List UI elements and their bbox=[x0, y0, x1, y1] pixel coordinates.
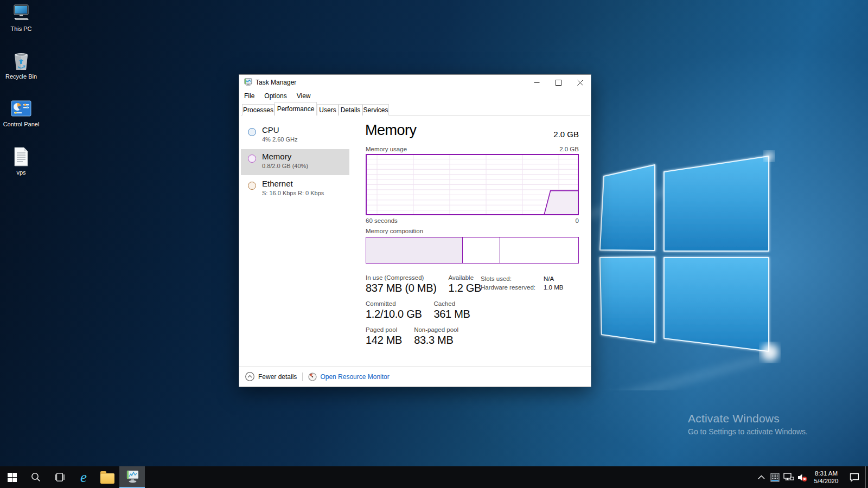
open-resource-monitor-link[interactable]: Open Resource Monitor bbox=[308, 373, 389, 381]
desktop-icon-label: This PC bbox=[0, 25, 42, 33]
tab-strip: Processes Performance Users Details Serv… bbox=[241, 102, 590, 115]
touch-keyboard-button[interactable] bbox=[768, 466, 782, 488]
network-button[interactable] bbox=[782, 466, 795, 488]
usage-graph-title: Memory usage bbox=[366, 146, 407, 152]
task-view-button[interactable] bbox=[48, 466, 72, 488]
window-title: Task Manager bbox=[256, 79, 296, 86]
stat-hardware-reserved: Hardware reserved: 1.0 MB bbox=[481, 284, 579, 291]
menu-options[interactable]: Options bbox=[259, 90, 291, 102]
close-button[interactable] bbox=[569, 75, 591, 90]
resource-monitor-icon bbox=[308, 373, 317, 381]
desktop-icon-this-pc[interactable]: This PC bbox=[0, 2, 42, 33]
control-panel-icon bbox=[10, 98, 32, 119]
tray-overflow-button[interactable] bbox=[755, 466, 768, 488]
chevron-up-circle-icon bbox=[245, 372, 254, 381]
stat-available: Available 1.2 GB bbox=[449, 274, 481, 294]
memory-usage-graph bbox=[366, 154, 579, 215]
cpu-mini-graph-icon bbox=[248, 128, 256, 136]
menu-view[interactable]: View bbox=[292, 90, 316, 102]
desktop-icon-control-panel[interactable]: Control Panel bbox=[0, 98, 42, 128]
action-center-icon bbox=[850, 473, 859, 482]
desktop-icon-vps[interactable]: vps bbox=[0, 146, 42, 176]
fewer-details-button[interactable]: Fewer details bbox=[245, 372, 297, 381]
internet-explorer-button[interactable]: e bbox=[72, 466, 95, 488]
menu-bar: File Options View bbox=[239, 90, 591, 102]
windows-logo-wallpaper bbox=[542, 108, 868, 390]
memory-composition-bar[interactable] bbox=[366, 237, 579, 264]
menu-file[interactable]: File bbox=[239, 90, 259, 102]
tab-services[interactable]: Services bbox=[362, 104, 389, 115]
recycle-bin-icon bbox=[10, 50, 32, 72]
task-manager-taskbar-button[interactable] bbox=[119, 466, 145, 488]
windows-start-icon bbox=[8, 473, 17, 482]
show-desktop-button[interactable] bbox=[865, 466, 868, 488]
stat-slots-used: Slots used: N/A bbox=[481, 275, 579, 282]
tab-processes[interactable]: Processes bbox=[242, 104, 275, 115]
stat-paged-pool: Paged pool 142 MB bbox=[366, 326, 402, 346]
composition-free-segment bbox=[500, 237, 578, 263]
desktop: This PC Recycle Bin bbox=[0, 0, 868, 488]
composition-standby-segment bbox=[463, 237, 500, 263]
chevron-up-icon bbox=[758, 475, 765, 479]
internet-explorer-icon: e bbox=[80, 470, 87, 484]
stat-non-paged-pool: Non-paged pool 83.3 MB bbox=[414, 326, 458, 346]
search-button[interactable] bbox=[24, 466, 48, 488]
stat-committed: Committed 1.2/10.0 GB bbox=[366, 300, 422, 320]
sidebar-item-memory[interactable]: Memory 0.8/2.0 GB (40%) bbox=[241, 149, 349, 175]
desktop-icon-label: vps bbox=[0, 169, 42, 176]
task-manager-window: Task Manager File Options View Processes bbox=[239, 74, 591, 387]
activation-watermark: Activate Windows Go to Settings to activ… bbox=[688, 412, 808, 436]
ethernet-mini-graph-icon bbox=[248, 182, 256, 190]
sidebar-item-ethernet[interactable]: Ethernet S: 16.0 Kbps R: 0 Kbps bbox=[241, 176, 349, 202]
usage-graph-max: 2.0 GB bbox=[559, 146, 579, 152]
ethernet-network-icon bbox=[783, 473, 794, 481]
clock-time: 8:31 AM bbox=[815, 470, 838, 477]
task-manager-icon bbox=[125, 470, 139, 483]
task-view-icon bbox=[54, 473, 65, 481]
desktop-icon-list: This PC Recycle Bin bbox=[0, 2, 42, 182]
document-icon bbox=[10, 146, 32, 168]
tab-users[interactable]: Users bbox=[317, 104, 339, 115]
task-manager-app-icon bbox=[244, 78, 253, 87]
memory-mini-graph-icon bbox=[248, 155, 256, 163]
system-tray: 8:31 AM 5/4/2020 bbox=[755, 466, 868, 488]
panel-title: Memory bbox=[365, 122, 417, 139]
this-pc-icon bbox=[10, 2, 32, 24]
memory-total: 2.0 GB bbox=[553, 130, 579, 139]
composition-title: Memory composition bbox=[366, 228, 423, 234]
stat-in-use: In use (Compressed) 837 MB (0 MB) bbox=[366, 274, 437, 294]
clock-date: 5/4/2020 bbox=[814, 477, 839, 485]
tab-performance[interactable]: Performance bbox=[275, 102, 317, 115]
sidebar-item-cpu[interactable]: CPU 4% 2.60 GHz bbox=[241, 123, 349, 149]
axis-label-right: 0 bbox=[576, 217, 579, 224]
tab-details[interactable]: Details bbox=[339, 104, 362, 115]
minimize-button[interactable] bbox=[526, 75, 547, 90]
maximize-button[interactable] bbox=[547, 75, 569, 90]
volume-muted-icon bbox=[797, 473, 808, 482]
start-button[interactable] bbox=[0, 466, 24, 488]
watermark-title: Activate Windows bbox=[688, 412, 808, 425]
search-icon bbox=[31, 472, 41, 482]
taskbar-spacer bbox=[145, 466, 755, 488]
performance-sidebar: CPU 4% 2.60 GHz Memory 0.8/2.0 GB (40%) … bbox=[241, 115, 350, 366]
touch-keyboard-icon bbox=[770, 473, 780, 482]
action-center-button[interactable] bbox=[844, 466, 865, 488]
desktop-icon-recycle-bin[interactable]: Recycle Bin bbox=[0, 50, 42, 80]
task-manager-footer: Fewer details Open Resource Monitor bbox=[239, 366, 591, 387]
desktop-icon-label: Recycle Bin bbox=[0, 73, 42, 80]
desktop-icon-label: Control Panel bbox=[0, 121, 42, 128]
file-explorer-icon bbox=[100, 473, 114, 484]
stat-cached: Cached 361 MB bbox=[433, 300, 470, 320]
memory-side-stats: Slots used: N/A Hardware reserved: 1.0 M… bbox=[481, 275, 579, 293]
taskbar-clock[interactable]: 8:31 AM 5/4/2020 bbox=[809, 466, 844, 488]
memory-panel: Memory 2.0 GB Memory usage 2.0 GB 60 sec… bbox=[365, 114, 580, 366]
watermark-subtitle: Go to Settings to activate Windows. bbox=[688, 427, 808, 436]
file-explorer-button[interactable] bbox=[95, 466, 119, 488]
taskbar: e bbox=[0, 466, 868, 488]
title-bar[interactable]: Task Manager bbox=[239, 75, 591, 90]
footer-divider bbox=[302, 373, 303, 381]
volume-button[interactable] bbox=[795, 466, 809, 488]
axis-label-left: 60 seconds bbox=[366, 217, 398, 224]
composition-in-use-segment bbox=[366, 237, 463, 263]
